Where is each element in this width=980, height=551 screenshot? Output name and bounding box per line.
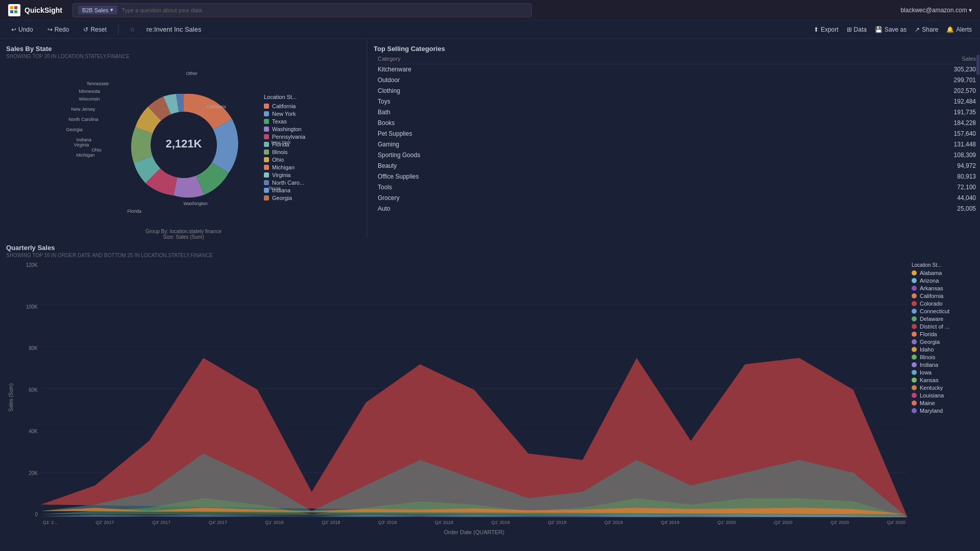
category-sales: 305,230: [954, 66, 976, 73]
top-categories-panel: Top Selling Categories Category Sales Ki…: [368, 39, 980, 238]
category-name: Grocery: [378, 194, 400, 202]
legend-color: [264, 149, 269, 155]
quarterly-subtitle: SHOWING TOP 16 IN ORDER DATE AND BOTTOM …: [6, 253, 974, 258]
legend-label: Washington: [272, 126, 302, 132]
legend-label: Virginia: [272, 172, 291, 178]
legend-color: [264, 157, 269, 162]
favorite-button[interactable]: ☆: [127, 24, 138, 35]
legend-label: Delaware: [920, 316, 943, 322]
undo-button[interactable]: ↩ Undo: [8, 24, 36, 35]
alerts-button[interactable]: 🔔 Alerts: [946, 26, 972, 33]
redo-button[interactable]: ↪ Redo: [44, 24, 72, 35]
legend-color: [264, 127, 269, 132]
table-row: Toys192,484: [374, 96, 980, 107]
label-washington: Washington: [184, 201, 208, 206]
svg-rect-1: [14, 6, 17, 9]
quarterly-legend-item: Arizona: [912, 278, 974, 284]
x-axis-label: Q3' 2017: [152, 520, 170, 525]
legend-item: New York: [264, 111, 361, 117]
legend-color: [912, 324, 917, 329]
save-as-button[interactable]: 💾 Save as: [875, 26, 906, 33]
label-minnesota: Minnesota: [79, 89, 101, 94]
legend-item: Ohio: [264, 157, 361, 163]
quarterly-legend-item: Alabama: [912, 270, 974, 276]
y-axis-label: 120K: [26, 262, 38, 268]
export-button[interactable]: ⬆ Export: [814, 26, 839, 33]
table-row: Pet Supplies157,640: [374, 129, 980, 139]
legend-color: [912, 339, 917, 344]
label-california: California: [207, 104, 226, 109]
legend-label: Texas: [272, 118, 287, 124]
quarterly-legend-item: Illinois: [912, 354, 974, 360]
legend-label: Florida: [272, 141, 289, 147]
search-bar[interactable]: B2B Sales ▾ Type a question about your d…: [72, 3, 532, 17]
top-panels: Sales By State SHOWING TOP 20 IN LOCATIO…: [0, 39, 980, 238]
search-tag[interactable]: B2B Sales ▾: [78, 6, 117, 14]
label-florida: Florida: [128, 209, 142, 214]
quarterly-legend-item: Colorado: [912, 300, 974, 307]
x-axis-label: Q1' 2019: [491, 520, 509, 525]
x-axis-label: Q2' 2020: [774, 520, 792, 525]
quarterly-legend-item: California: [912, 293, 974, 299]
category-name: Sporting Goods: [378, 152, 420, 159]
legend-label: Alabama: [920, 270, 942, 276]
label-tennessee: Tennessee: [87, 81, 109, 86]
x-axis-label: Q3' 2020: [830, 520, 849, 525]
table-row: Clothing202,570: [374, 86, 980, 96]
quarterly-chart-area: Sales (Sum) 120K100K80K60K40K20K0: [6, 262, 974, 533]
x-axis-label: Q4' 2020: [887, 520, 905, 525]
legend-item: Pennsylvania: [264, 134, 361, 140]
sales-by-state-title: Sales By State: [6, 45, 361, 53]
legend-color: [264, 111, 269, 116]
action-left: ↩ Undo ↪ Redo ↺ Reset ☆ re:Invent Inc Sa…: [8, 24, 201, 35]
y-axis-labels: 120K100K80K60K40K20K0: [15, 262, 41, 533]
legend-color: [264, 188, 269, 193]
page-title: re:Invent Inc Sales: [146, 26, 202, 33]
quarterly-legend-item: District of ...: [912, 323, 974, 330]
quarterly-legend: Location St... AlabamaArizonaArkansasCal…: [908, 262, 974, 533]
table-row: Gaming131,448: [374, 139, 980, 150]
category-sales: 131,448: [954, 141, 976, 148]
legend-color: [912, 301, 917, 306]
legend-item: Georgia: [264, 195, 361, 201]
quarterly-legend-item: Kentucky: [912, 385, 974, 391]
category-name: Gaming: [378, 141, 399, 148]
user-area[interactable]: blackwec@amazon.com ▾: [900, 7, 972, 14]
table-row: Tools72,100: [374, 182, 980, 193]
y-axis-label: 60K: [29, 387, 38, 393]
y-axis-label: 20K: [29, 470, 38, 476]
x-axis-label: Q1' 2...: [43, 520, 58, 525]
legend-label: District of ...: [920, 323, 949, 330]
legend-label: Kentucky: [920, 385, 943, 391]
legend-label: New York: [272, 111, 296, 117]
data-button[interactable]: ⊞ Data: [847, 26, 867, 33]
legend-label: Louisiana: [920, 392, 944, 398]
x-axis-label: Q3' 2019: [604, 520, 623, 525]
category-sales: 202,570: [954, 87, 976, 94]
table-row: Books184,228: [374, 118, 980, 129]
legend-color: [264, 142, 269, 147]
quarterly-legend-item: Maryland: [912, 408, 974, 414]
legend-color: [264, 119, 269, 124]
legend-label: Georgia: [272, 195, 292, 201]
label-ohio: Ohio: [92, 147, 102, 153]
quarterly-sales-panel: Quarterly Sales SHOWING TOP 16 IN ORDER …: [0, 238, 980, 551]
reset-button[interactable]: ↺ Reset: [80, 24, 109, 35]
category-sales: 72,100: [957, 184, 976, 191]
category-name: Books: [378, 119, 395, 127]
scrollbar-thumb[interactable]: [976, 55, 979, 75]
x-axis-title: Order Date (QUARTER): [41, 528, 908, 537]
share-button[interactable]: ↗ Share: [915, 26, 938, 33]
quarterly-legend-item: Florida: [912, 331, 974, 337]
legend-label: Illinois: [920, 354, 936, 360]
scrollbar-track[interactable]: [976, 54, 980, 238]
legend-label: Florida: [920, 331, 937, 337]
legend-item: Michigan: [264, 164, 361, 170]
location-legend: Location St... CaliforniaNew YorkTexasWa…: [264, 94, 361, 203]
quarterly-legend-item: Louisiana: [912, 392, 974, 398]
legend-color: [264, 172, 269, 178]
quarterly-legend-item: Kansas: [912, 377, 974, 383]
legend-color: [264, 134, 269, 139]
logo[interactable]: QuickSight: [8, 4, 62, 16]
legend-item: Virginia: [264, 172, 361, 178]
